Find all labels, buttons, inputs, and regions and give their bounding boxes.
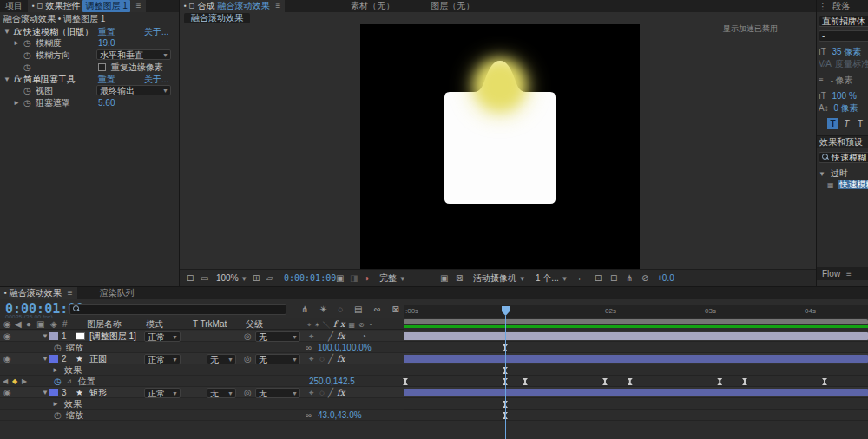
baseline-shift-value[interactable]: 0 像素 [833,103,858,113]
lock-icon[interactable]: ◻ [189,0,195,12]
adjustment-layer-icon[interactable]: ⌖ [309,331,314,342]
stopwatch-icon[interactable]: ◷ [23,62,31,73]
constrain-link-icon[interactable]: ∞ [306,342,312,353]
pickwhip-icon[interactable]: ◎ [244,387,252,398]
scale-value[interactable]: 43.0,43.0% [318,410,362,421]
effects-group-label[interactable]: 效果 [64,364,82,376]
channels-icon[interactable]: ◑ [364,270,369,286]
twirl-down-icon[interactable]: ▼ [819,170,825,178]
twirl-right-icon[interactable]: ► [13,97,20,108]
keyframe-icon[interactable] [742,378,747,385]
tab-layer[interactable]: 图层（无） [425,0,479,12]
primary-viewer-icon[interactable]: ▭ [201,270,208,286]
parent-column[interactable]: 父级 [246,318,263,330]
stopwatch-icon[interactable]: ◷ [54,342,62,353]
camera-dropdown[interactable]: 活动摄像机 ▼ [473,270,526,286]
mini-flowchart-icon[interactable]: ⋔ [301,305,308,314]
trkmat-dropdown[interactable]: 无▼ [207,388,236,398]
stopwatch-icon[interactable]: ◷ [23,49,31,61]
fx-switch-icon[interactable]: fx [337,387,345,398]
stopwatch-icon[interactable]: ◷ [23,37,31,49]
keyframe-icon[interactable] [523,378,528,385]
faux-bold-button[interactable]: T [827,118,838,129]
tab-composition[interactable]: ▪ ◻ 合成 融合滚动效果 ≡ [180,0,285,12]
parent-dropdown[interactable]: 无▼ [255,331,300,342]
mode-dropdown[interactable]: 正常▼ [144,331,181,342]
prev-keyframe-icon[interactable]: ◀ [3,376,8,387]
checkbox-icon[interactable] [98,63,106,71]
panel-menu-icon[interactable]: ≡ [275,0,280,12]
panel-drag-icon[interactable]: ⋮ [819,2,827,11]
effects-presets-title[interactable]: 效果和预设 [819,137,863,147]
always-preview-icon[interactable]: ⊟ [187,270,194,286]
timeline-button-icon[interactable]: ⊟ [610,270,617,286]
label-color-swatch[interactable] [49,332,58,340]
region-of-interest-icon[interactable]: ▣ [440,270,448,286]
effects-presets-search-input[interactable]: 快速模糊 [819,152,868,163]
property-row-position[interactable]: ◀ ◆ ▶ ◷ ⊿ 位置 250.0,142.5 [0,376,404,387]
mode-dropdown[interactable]: 正常▼ [144,354,181,364]
track-scale-3[interactable] [404,410,868,421]
eye-icon[interactable]: ◉ [3,353,11,364]
property-group-effects-3[interactable]: ► 效果 [0,398,404,410]
exposure-reset-icon[interactable]: ⊘ [641,270,648,286]
font-size-value[interactable]: 35 像素 [832,47,862,56]
collapse-icon[interactable]: ◌ [319,387,325,398]
layer-bar[interactable] [404,389,868,396]
adjustment-switch-icon[interactable]: ◔ [361,331,366,342]
work-area-bar[interactable] [404,319,868,324]
mode-dropdown[interactable]: 正常▼ [144,388,181,398]
keyframe-icon[interactable] [628,378,633,385]
tab-render-queue[interactable]: 渲染队列 [95,287,140,299]
show-snapshot-icon[interactable]: ◨ [350,270,358,286]
fx-icon[interactable]: fx [13,26,21,37]
property-group-effects-2[interactable]: ► 效果 [0,364,404,376]
eye-icon[interactable]: ◉ [3,331,11,342]
fx-switch-icon[interactable]: fx [337,353,345,364]
quality-icon[interactable]: ╱ [328,387,333,398]
effect-item-fast-blur[interactable]: 快速模糊 [838,180,868,189]
playhead-line[interactable] [505,316,506,439]
vertical-scale-value[interactable]: 100 % [832,91,857,101]
kerning-value[interactable]: 度量标准 [835,59,868,69]
twirl-down-icon[interactable]: ▼ [3,74,10,85]
tab-flow[interactable]: Flow [822,269,840,278]
effect1-about-button[interactable]: 关于... [144,26,168,37]
repeat-edge-checkbox[interactable] [98,62,106,73]
mode-column[interactable]: 模式 [146,318,163,330]
property-label[interactable]: 缩放 [66,342,83,353]
pickwhip-icon[interactable]: ◎ [244,331,252,342]
layer-name[interactable]: 矩形 [89,387,107,398]
viewer-timecode[interactable]: 0:00:01:00 [284,270,336,286]
property-label[interactable]: 位置 [78,376,95,387]
panel-menu-icon[interactable]: ≡ [68,287,73,299]
parent-dropdown[interactable]: 无▼ [255,354,300,364]
track-layer-3[interactable] [404,387,868,398]
layer-name[interactable]: [调整图层 1] [89,331,136,342]
track-effects-2[interactable] [404,364,868,376]
label-color-swatch[interactable] [49,389,58,396]
effect2-name[interactable]: 简单阻塞工具 [23,74,76,85]
draft-3d-icon[interactable]: ✳ [319,305,326,314]
layer-bar[interactable] [404,355,868,363]
choose-grid-icon[interactable]: ⊞ [253,270,260,286]
keyframe-here-icon[interactable]: ◆ [12,376,17,387]
label-color-swatch[interactable] [49,355,58,363]
flowchart-button-icon[interactable]: ⋔ [626,270,633,286]
view-layout-dropdown[interactable]: 1 个... ▼ [536,270,568,286]
twirl-down-icon[interactable]: ▼ [42,387,49,398]
blurriness-value[interactable]: 19.0 [98,37,115,49]
shy-icon[interactable]: ⌖ [309,387,314,398]
stopwatch-icon[interactable]: ◷ [23,85,31,96]
track-effects-3[interactable] [404,398,868,410]
magnification-dropdown[interactable]: 100% ▼ [216,270,247,286]
all-caps-button[interactable]: T [855,118,866,129]
viewer-subtab[interactable]: 融合滚动效果 [184,13,250,23]
property-row-scale-1[interactable]: ◷ 缩放 ∞ 100.0,100.0% [0,342,404,353]
twirl-down-icon[interactable]: ▼ [42,353,49,364]
fx-icon[interactable]: fx [13,74,21,85]
tab-project[interactable]: 项目 [0,0,28,12]
exposure-value[interactable]: +0.0 [657,270,674,286]
effect2-reset-button[interactable]: 重置 [98,74,115,85]
track-layer-1[interactable] [404,331,868,342]
